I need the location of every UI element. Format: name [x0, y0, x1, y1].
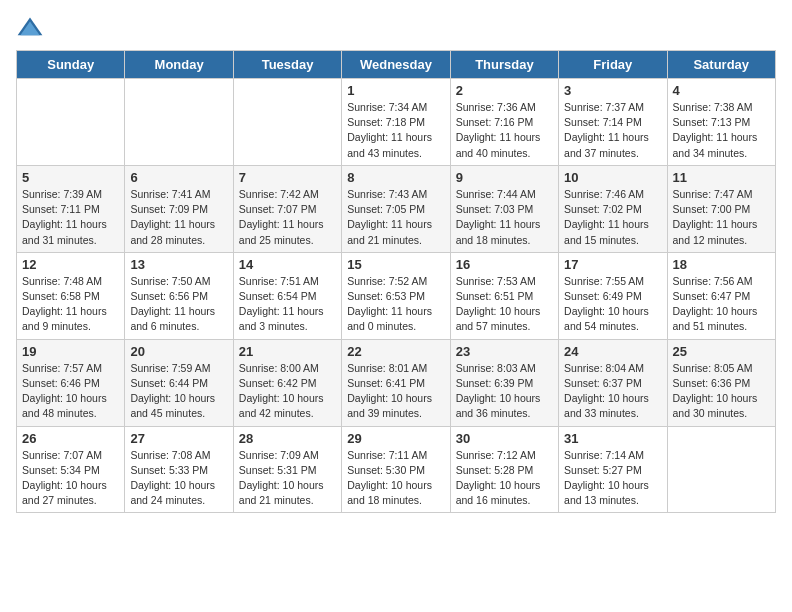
- day-number: 30: [456, 431, 553, 446]
- day-number: 26: [22, 431, 119, 446]
- day-number: 22: [347, 344, 444, 359]
- day-info: Sunrise: 8:04 AM Sunset: 6:37 PM Dayligh…: [564, 361, 661, 422]
- day-info: Sunrise: 8:01 AM Sunset: 6:41 PM Dayligh…: [347, 361, 444, 422]
- day-info: Sunrise: 7:38 AM Sunset: 7:13 PM Dayligh…: [673, 100, 770, 161]
- calendar-day-cell: 11Sunrise: 7:47 AM Sunset: 7:00 PM Dayli…: [667, 165, 775, 252]
- day-info: Sunrise: 7:41 AM Sunset: 7:09 PM Dayligh…: [130, 187, 227, 248]
- calendar-day-cell: 27Sunrise: 7:08 AM Sunset: 5:33 PM Dayli…: [125, 426, 233, 513]
- day-number: 8: [347, 170, 444, 185]
- day-info: Sunrise: 7:37 AM Sunset: 7:14 PM Dayligh…: [564, 100, 661, 161]
- page-header: [16, 16, 776, 38]
- day-info: Sunrise: 7:50 AM Sunset: 6:56 PM Dayligh…: [130, 274, 227, 335]
- day-info: Sunrise: 7:43 AM Sunset: 7:05 PM Dayligh…: [347, 187, 444, 248]
- calendar-day-cell: 31Sunrise: 7:14 AM Sunset: 5:27 PM Dayli…: [559, 426, 667, 513]
- day-number: 28: [239, 431, 336, 446]
- day-number: 21: [239, 344, 336, 359]
- day-number: 1: [347, 83, 444, 98]
- day-info: Sunrise: 7:46 AM Sunset: 7:02 PM Dayligh…: [564, 187, 661, 248]
- day-number: 3: [564, 83, 661, 98]
- day-number: 25: [673, 344, 770, 359]
- calendar-day-cell: 13Sunrise: 7:50 AM Sunset: 6:56 PM Dayli…: [125, 252, 233, 339]
- calendar-day-cell: 18Sunrise: 7:56 AM Sunset: 6:47 PM Dayli…: [667, 252, 775, 339]
- day-number: 5: [22, 170, 119, 185]
- weekday-header-wednesday: Wednesday: [342, 51, 450, 79]
- calendar-day-cell: 16Sunrise: 7:53 AM Sunset: 6:51 PM Dayli…: [450, 252, 558, 339]
- calendar-day-cell: 7Sunrise: 7:42 AM Sunset: 7:07 PM Daylig…: [233, 165, 341, 252]
- day-info: Sunrise: 7:57 AM Sunset: 6:46 PM Dayligh…: [22, 361, 119, 422]
- day-info: Sunrise: 7:39 AM Sunset: 7:11 PM Dayligh…: [22, 187, 119, 248]
- calendar-day-cell: 20Sunrise: 7:59 AM Sunset: 6:44 PM Dayli…: [125, 339, 233, 426]
- calendar-day-cell: 22Sunrise: 8:01 AM Sunset: 6:41 PM Dayli…: [342, 339, 450, 426]
- calendar-week-row: 12Sunrise: 7:48 AM Sunset: 6:58 PM Dayli…: [17, 252, 776, 339]
- day-info: Sunrise: 7:11 AM Sunset: 5:30 PM Dayligh…: [347, 448, 444, 509]
- day-info: Sunrise: 7:12 AM Sunset: 5:28 PM Dayligh…: [456, 448, 553, 509]
- logo-icon: [16, 16, 44, 38]
- day-info: Sunrise: 7:56 AM Sunset: 6:47 PM Dayligh…: [673, 274, 770, 335]
- calendar-day-cell: 30Sunrise: 7:12 AM Sunset: 5:28 PM Dayli…: [450, 426, 558, 513]
- calendar-empty-cell: [233, 79, 341, 166]
- day-number: 6: [130, 170, 227, 185]
- weekday-header-tuesday: Tuesday: [233, 51, 341, 79]
- calendar-week-row: 19Sunrise: 7:57 AM Sunset: 6:46 PM Dayli…: [17, 339, 776, 426]
- day-number: 2: [456, 83, 553, 98]
- day-number: 20: [130, 344, 227, 359]
- day-number: 4: [673, 83, 770, 98]
- calendar-empty-cell: [17, 79, 125, 166]
- calendar-week-row: 26Sunrise: 7:07 AM Sunset: 5:34 PM Dayli…: [17, 426, 776, 513]
- day-info: Sunrise: 7:51 AM Sunset: 6:54 PM Dayligh…: [239, 274, 336, 335]
- calendar-day-cell: 1Sunrise: 7:34 AM Sunset: 7:18 PM Daylig…: [342, 79, 450, 166]
- calendar-day-cell: 24Sunrise: 8:04 AM Sunset: 6:37 PM Dayli…: [559, 339, 667, 426]
- weekday-header-thursday: Thursday: [450, 51, 558, 79]
- weekday-header-friday: Friday: [559, 51, 667, 79]
- calendar-week-row: 5Sunrise: 7:39 AM Sunset: 7:11 PM Daylig…: [17, 165, 776, 252]
- day-number: 9: [456, 170, 553, 185]
- calendar-day-cell: 14Sunrise: 7:51 AM Sunset: 6:54 PM Dayli…: [233, 252, 341, 339]
- calendar-day-cell: 4Sunrise: 7:38 AM Sunset: 7:13 PM Daylig…: [667, 79, 775, 166]
- calendar-day-cell: 28Sunrise: 7:09 AM Sunset: 5:31 PM Dayli…: [233, 426, 341, 513]
- day-info: Sunrise: 8:00 AM Sunset: 6:42 PM Dayligh…: [239, 361, 336, 422]
- calendar-day-cell: 17Sunrise: 7:55 AM Sunset: 6:49 PM Dayli…: [559, 252, 667, 339]
- weekday-header-monday: Monday: [125, 51, 233, 79]
- day-info: Sunrise: 7:08 AM Sunset: 5:33 PM Dayligh…: [130, 448, 227, 509]
- calendar-empty-cell: [125, 79, 233, 166]
- calendar-day-cell: 12Sunrise: 7:48 AM Sunset: 6:58 PM Dayli…: [17, 252, 125, 339]
- calendar-day-cell: 21Sunrise: 8:00 AM Sunset: 6:42 PM Dayli…: [233, 339, 341, 426]
- calendar-week-row: 1Sunrise: 7:34 AM Sunset: 7:18 PM Daylig…: [17, 79, 776, 166]
- logo: [16, 16, 48, 38]
- day-number: 29: [347, 431, 444, 446]
- day-number: 7: [239, 170, 336, 185]
- calendar-day-cell: 2Sunrise: 7:36 AM Sunset: 7:16 PM Daylig…: [450, 79, 558, 166]
- calendar-empty-cell: [667, 426, 775, 513]
- day-info: Sunrise: 7:07 AM Sunset: 5:34 PM Dayligh…: [22, 448, 119, 509]
- day-info: Sunrise: 7:36 AM Sunset: 7:16 PM Dayligh…: [456, 100, 553, 161]
- day-info: Sunrise: 7:44 AM Sunset: 7:03 PM Dayligh…: [456, 187, 553, 248]
- weekday-header-saturday: Saturday: [667, 51, 775, 79]
- day-number: 10: [564, 170, 661, 185]
- day-number: 19: [22, 344, 119, 359]
- day-number: 14: [239, 257, 336, 272]
- calendar-table: SundayMondayTuesdayWednesdayThursdayFrid…: [16, 50, 776, 513]
- day-info: Sunrise: 7:34 AM Sunset: 7:18 PM Dayligh…: [347, 100, 444, 161]
- weekday-header-sunday: Sunday: [17, 51, 125, 79]
- day-number: 16: [456, 257, 553, 272]
- day-info: Sunrise: 7:14 AM Sunset: 5:27 PM Dayligh…: [564, 448, 661, 509]
- day-info: Sunrise: 7:55 AM Sunset: 6:49 PM Dayligh…: [564, 274, 661, 335]
- calendar-day-cell: 10Sunrise: 7:46 AM Sunset: 7:02 PM Dayli…: [559, 165, 667, 252]
- day-number: 12: [22, 257, 119, 272]
- calendar-day-cell: 9Sunrise: 7:44 AM Sunset: 7:03 PM Daylig…: [450, 165, 558, 252]
- day-info: Sunrise: 7:53 AM Sunset: 6:51 PM Dayligh…: [456, 274, 553, 335]
- calendar-day-cell: 23Sunrise: 8:03 AM Sunset: 6:39 PM Dayli…: [450, 339, 558, 426]
- day-info: Sunrise: 7:47 AM Sunset: 7:00 PM Dayligh…: [673, 187, 770, 248]
- day-number: 27: [130, 431, 227, 446]
- calendar-day-cell: 5Sunrise: 7:39 AM Sunset: 7:11 PM Daylig…: [17, 165, 125, 252]
- day-info: Sunrise: 8:05 AM Sunset: 6:36 PM Dayligh…: [673, 361, 770, 422]
- day-number: 11: [673, 170, 770, 185]
- day-number: 18: [673, 257, 770, 272]
- calendar-day-cell: 6Sunrise: 7:41 AM Sunset: 7:09 PM Daylig…: [125, 165, 233, 252]
- day-number: 13: [130, 257, 227, 272]
- day-info: Sunrise: 8:03 AM Sunset: 6:39 PM Dayligh…: [456, 361, 553, 422]
- day-info: Sunrise: 7:59 AM Sunset: 6:44 PM Dayligh…: [130, 361, 227, 422]
- day-number: 24: [564, 344, 661, 359]
- day-info: Sunrise: 7:48 AM Sunset: 6:58 PM Dayligh…: [22, 274, 119, 335]
- day-info: Sunrise: 7:42 AM Sunset: 7:07 PM Dayligh…: [239, 187, 336, 248]
